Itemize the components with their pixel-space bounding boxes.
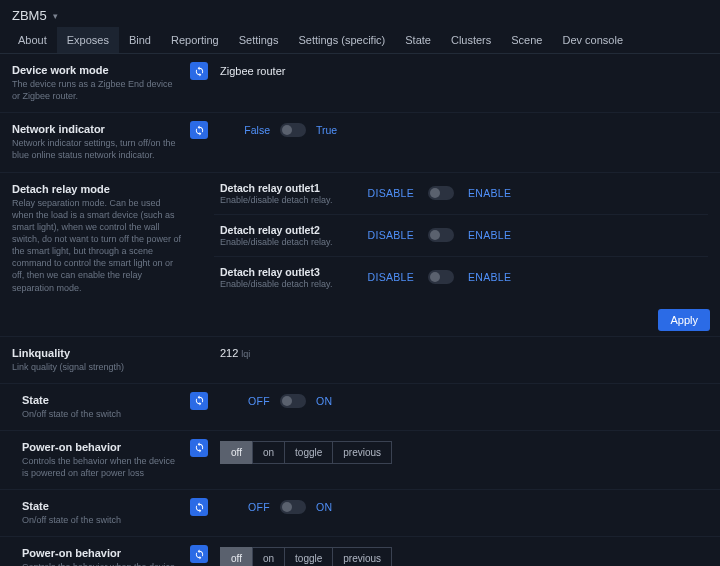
toggle-switch[interactable] <box>428 228 454 242</box>
detach-outlet-1: Detach relay outlet1 Enable/disable deta… <box>214 173 708 215</box>
pob-option-previous[interactable]: previous <box>332 441 392 464</box>
linkquality-title: Linkquality <box>12 347 182 359</box>
apply-button[interactable]: Apply <box>658 309 710 331</box>
toggle-true-label[interactable]: True <box>316 124 337 136</box>
refresh-icon <box>194 442 205 453</box>
pob-button-group: offontoggleprevious <box>220 441 708 464</box>
refresh-icon <box>194 502 205 513</box>
pob-desc: Controls the behavior when the device is… <box>22 455 182 479</box>
refresh-button[interactable] <box>190 498 208 516</box>
refresh-button[interactable] <box>190 121 208 139</box>
refresh-icon <box>194 549 205 560</box>
pob-option-off[interactable]: off <box>220 441 253 464</box>
tab-reporting[interactable]: Reporting <box>161 27 229 53</box>
tab-bar: AboutExposesBindReportingSettingsSetting… <box>0 27 720 54</box>
pob-desc: Controls the behavior when the device is… <box>22 561 182 566</box>
state-toggle: OFF ON <box>220 500 708 514</box>
detach-outlet-3: Detach relay outlet3 Enable/disable deta… <box>214 257 708 298</box>
chevron-down-icon[interactable]: ▾ <box>53 11 58 21</box>
tab-settings-specific-[interactable]: Settings (specific) <box>288 27 395 53</box>
work-mode-value: Zigbee router <box>220 64 708 77</box>
device-title[interactable]: ZBM5 <box>12 8 47 23</box>
toggle-disable-label[interactable]: DISABLE <box>364 229 414 241</box>
pob-option-off[interactable]: off <box>220 547 253 566</box>
pob-option-previous[interactable]: previous <box>332 547 392 566</box>
detach-outlet-title: Detach relay outlet3 <box>220 266 350 278</box>
linkquality-desc: Link quality (signal strength) <box>12 361 182 373</box>
row-linkquality: Linkquality Link quality (signal strengt… <box>0 337 720 384</box>
pob-option-toggle[interactable]: toggle <box>284 441 333 464</box>
detach-outlet-title: Detach relay outlet1 <box>220 182 350 194</box>
apply-bar: Apply <box>0 304 720 337</box>
refresh-button[interactable] <box>190 545 208 563</box>
toggle-disable-label[interactable]: DISABLE <box>364 271 414 283</box>
pob-option-on[interactable]: on <box>252 441 285 464</box>
pob-option-toggle[interactable]: toggle <box>284 547 333 566</box>
toggle-switch[interactable] <box>280 123 306 137</box>
detach-outlet-desc: Enable/disable detach relay. <box>220 195 350 205</box>
page-header: ZBM5 ▾ <box>0 0 720 27</box>
pob-option-on[interactable]: on <box>252 547 285 566</box>
detach-outlet-title: Detach relay outlet2 <box>220 224 350 236</box>
tab-clusters[interactable]: Clusters <box>441 27 501 53</box>
toggle-switch[interactable] <box>428 270 454 284</box>
row-state-1: State On/off state of the switch OFF ON <box>0 384 720 431</box>
work-mode-title: Device work mode <box>12 64 182 76</box>
refresh-button[interactable] <box>190 62 208 80</box>
tab-settings[interactable]: Settings <box>229 27 289 53</box>
pob-title: Power-on behavior <box>22 547 182 559</box>
refresh-button[interactable] <box>190 439 208 457</box>
work-mode-desc: The device runs as a Zigbee End device o… <box>12 78 182 102</box>
tab-exposes[interactable]: Exposes <box>57 27 119 53</box>
tab-bind[interactable]: Bind <box>119 27 161 53</box>
network-indicator-desc: Network indicator settings, turn off/on … <box>12 137 182 161</box>
refresh-icon <box>194 395 205 406</box>
tab-about[interactable]: About <box>8 27 57 53</box>
pob-title: Power-on behavior <box>22 441 182 453</box>
tab-scene[interactable]: Scene <box>501 27 552 53</box>
toggle-on-label[interactable]: ON <box>316 395 332 407</box>
linkquality-value: 212 lqi <box>220 347 708 359</box>
state-title: State <box>22 394 182 406</box>
pob-button-group: offontoggleprevious <box>220 547 708 566</box>
toggle-switch[interactable] <box>280 394 306 408</box>
refresh-button[interactable] <box>190 392 208 410</box>
refresh-icon <box>194 125 205 136</box>
toggle-enable-label[interactable]: ENABLE <box>468 271 511 283</box>
toggle-on-label[interactable]: ON <box>316 501 332 513</box>
refresh-icon <box>194 66 205 77</box>
row-power-on-behavior-1: Power-on behavior Controls the behavior … <box>0 431 720 490</box>
state-toggle: OFF ON <box>220 394 708 408</box>
toggle-switch[interactable] <box>428 186 454 200</box>
detach-desc: Relay separation mode. Can be used when … <box>12 197 182 294</box>
detach-title: Detach relay mode <box>12 183 182 195</box>
exposes-content: Device work mode The device runs as a Zi… <box>0 54 720 566</box>
state-desc: On/off state of the switch <box>22 514 182 526</box>
toggle-switch[interactable] <box>280 500 306 514</box>
toggle-disable-label[interactable]: DISABLE <box>364 187 414 199</box>
row-power-on-behavior-2: Power-on behavior Controls the behavior … <box>0 537 720 566</box>
detach-outlet-2: Detach relay outlet2 Enable/disable deta… <box>214 215 708 257</box>
tab-state[interactable]: State <box>395 27 441 53</box>
detach-outlet-desc: Enable/disable detach relay. <box>220 279 350 289</box>
toggle-off-label[interactable]: OFF <box>220 501 270 513</box>
toggle-enable-label[interactable]: ENABLE <box>468 229 511 241</box>
row-device-work-mode: Device work mode The device runs as a Zi… <box>0 54 720 113</box>
toggle-off-label[interactable]: OFF <box>220 395 270 407</box>
row-state-2: State On/off state of the switch OFF ON <box>0 490 720 537</box>
row-detach-relay: Detach relay mode Relay separation mode.… <box>0 173 720 304</box>
state-desc: On/off state of the switch <box>22 408 182 420</box>
detach-outlet-desc: Enable/disable detach relay. <box>220 237 350 247</box>
network-indicator-title: Network indicator <box>12 123 182 135</box>
toggle-enable-label[interactable]: ENABLE <box>468 187 511 199</box>
toggle-false-label[interactable]: False <box>220 124 270 136</box>
network-indicator-toggle: False True <box>220 123 708 137</box>
tab-dev-console[interactable]: Dev console <box>552 27 633 53</box>
detach-outlets: Detach relay outlet1 Enable/disable deta… <box>214 173 720 304</box>
row-network-indicator: Network indicator Network indicator sett… <box>0 113 720 172</box>
state-title: State <box>22 500 182 512</box>
